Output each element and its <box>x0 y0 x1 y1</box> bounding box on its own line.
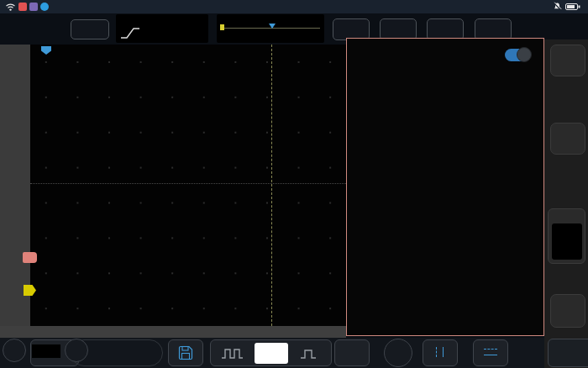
adjust-down-button[interactable] <box>65 339 88 362</box>
app-icon-red <box>18 3 27 11</box>
sidebar-empty-slot[interactable] <box>548 339 588 367</box>
oscilloscope-screen <box>0 0 588 368</box>
save-button[interactable] <box>168 339 203 366</box>
main-menu-button[interactable] <box>71 19 109 39</box>
timebase-group <box>210 339 332 366</box>
trigger-position-marker <box>269 24 276 29</box>
can-channel-button[interactable] <box>548 208 585 264</box>
trigger-info-box[interactable] <box>116 14 208 43</box>
waveform-svg <box>30 45 346 326</box>
horizontal-cursor-button[interactable] <box>473 339 508 366</box>
chx-button[interactable] <box>384 339 412 367</box>
timebase-value[interactable] <box>255 343 288 364</box>
fine-adjust-label <box>32 344 60 358</box>
vertical-cursor-icon <box>432 347 449 357</box>
floppy-save-icon <box>178 345 193 360</box>
pulse-icon <box>300 348 318 360</box>
app-icon-purple <box>29 3 38 11</box>
s2-button[interactable] <box>550 294 585 328</box>
record-start-marker <box>220 24 224 30</box>
left-margin <box>0 45 30 326</box>
ref-button[interactable] <box>550 123 585 155</box>
app-icon-blue <box>40 3 49 11</box>
bottom-toolbar <box>0 338 544 368</box>
rising-edge-icon <box>120 25 140 40</box>
waveform-area[interactable] <box>30 45 346 326</box>
timestamp-strip <box>0 326 346 338</box>
battery-icon <box>565 3 580 11</box>
record-position-box[interactable] <box>217 14 324 43</box>
adjust-up-button[interactable] <box>3 339 26 362</box>
right-sidebar <box>544 39 588 368</box>
horizontal-cursor-icon <box>482 347 499 357</box>
toggle-knob <box>517 47 532 62</box>
status-bar <box>0 0 588 13</box>
square-wave-icon <box>221 347 244 360</box>
trigger-50-button[interactable] <box>334 339 370 366</box>
s1-settings-panel <box>346 38 544 336</box>
can-threshold-value <box>552 223 582 260</box>
decode-s1-badge[interactable] <box>23 252 37 263</box>
vertical-cursor-button[interactable] <box>423 339 458 366</box>
bell-muted-icon <box>553 2 562 11</box>
math-button[interactable] <box>550 45 585 76</box>
wifi-icon <box>5 3 16 11</box>
s1-enable-toggle[interactable] <box>505 49 530 61</box>
